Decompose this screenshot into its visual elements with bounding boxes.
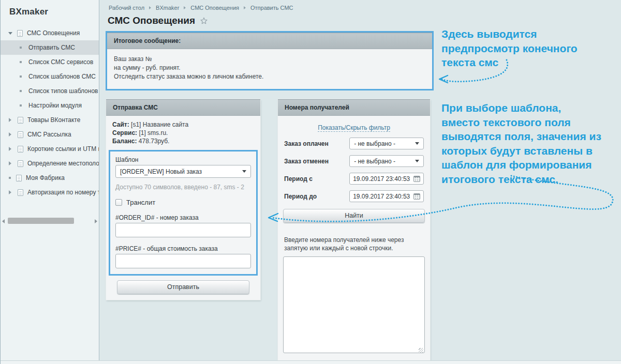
breadcrumb-item-send-sms[interactable]: Отправить СМС <box>250 5 293 11</box>
sidebar-item-label: Короткие ссылки и UTM метки <box>27 145 99 153</box>
preview-box-body: Ваш заказ № на сумму - руб. принят. Отсл… <box>107 49 432 89</box>
document-icon <box>18 131 23 138</box>
order-canceled-select-value: - не выбрано - <box>354 158 415 165</box>
sidebar-item-label: Моя Фабрика <box>26 174 65 181</box>
recipients-hint-text: Введите номера получателей ниже через за… <box>284 236 424 252</box>
period-from-input[interactable] <box>353 175 411 183</box>
annotation-line: которых будут вставлены в <box>441 144 601 158</box>
annotation-line: шаблон для формирования <box>441 158 601 172</box>
template-label: Шаблон <box>115 156 251 163</box>
breadcrumb-item-desktop[interactable]: Рабочий стол <box>109 5 144 11</box>
scroll-left-arrow-icon[interactable] <box>2 219 5 223</box>
template-select[interactable]: [ORDER_NEW] Новый заказ <box>115 165 251 178</box>
bullet-icon <box>20 90 22 92</box>
price-input[interactable] <box>115 254 251 268</box>
annotation-line: выводятся поля, значения из <box>441 129 601 144</box>
document-icon <box>18 117 23 124</box>
annotation-line: предпросмотр конечного <box>441 41 578 56</box>
sidebar-item-send-sms[interactable]: Отправить СМС <box>1 40 99 55</box>
breadcrumb-separator-icon <box>244 6 246 9</box>
final-message-preview-box: Итоговое сообщение: Ваш заказ № на сумму… <box>106 31 434 90</box>
chevron-down-icon <box>242 170 246 173</box>
bullet-icon <box>20 61 22 63</box>
bottom-status-bar <box>1 360 621 364</box>
bullet-icon <box>20 47 22 49</box>
balance-value: 478.73руб. <box>139 138 170 145</box>
sms-counter-text: Доступно 70 символов, введено - 87, sms … <box>115 184 251 191</box>
order-id-field-label: #ORDER_ID# - номер заказа <box>115 214 251 221</box>
breadcrumb-item-bxmaker[interactable]: BXmaker <box>156 5 179 11</box>
sidebar-item-label: Авторизация по номеру телефона <box>27 189 99 196</box>
sidebar-horizontal-scrollbar[interactable] <box>1 217 99 225</box>
sidebar-item-sms-template-types-list[interactable]: Список типов шаблонов СМС <box>1 84 99 98</box>
sidebar-item-geolocation[interactable]: Определение местоположения <box>1 156 99 171</box>
site-label: Сайт: <box>112 121 129 128</box>
recipients-numbers-textarea[interactable] <box>283 256 425 353</box>
preview-box-header: Итоговое сообщение: <box>107 33 432 49</box>
chevron-right-icon[interactable] <box>9 161 11 165</box>
translit-checkbox[interactable] <box>115 199 122 206</box>
sidebar-item-module-settings[interactable]: Настройки модуля <box>1 98 99 113</box>
order-paid-label: Заказ оплачен <box>284 140 349 147</box>
calendar-icon[interactable] <box>413 193 420 200</box>
translit-label: Транслит <box>126 199 155 206</box>
period-to-field <box>349 190 424 202</box>
app-window: BXmaker СМС Оповещения Отправить СМС Спи… <box>0 0 621 364</box>
sidebar-item-sms-mailing[interactable]: СМС Рассылка <box>1 127 99 142</box>
site-value: [s1] Название сайта <box>131 121 188 128</box>
breadcrumb: Рабочий стол BXmaker СМС Оповещения Отпр… <box>109 5 293 11</box>
annotation-line: итогового текста смс. <box>441 172 601 187</box>
breadcrumb-item-sms-notifications[interactable]: СМС Оповещения <box>190 5 239 11</box>
period-to-label: Период до <box>284 193 349 200</box>
chevron-down-icon[interactable] <box>8 32 12 35</box>
scrollbar-thumb[interactable] <box>8 218 74 224</box>
sidebar-item-phone-auth[interactable]: Авторизация по номеру телефона <box>1 185 99 200</box>
send-panel-header: Отправка СМС <box>106 99 260 116</box>
sidebar-item-label: Определение местоположения <box>27 160 99 167</box>
translit-checkbox-row[interactable]: Транслит <box>115 199 251 206</box>
annotation-line: При выборе шаблона, <box>441 101 601 115</box>
arrowhead-template <box>269 214 278 221</box>
sidebar-logo: BXmaker <box>1 0 99 17</box>
service-label: Сервис: <box>112 129 137 136</box>
preview-line: на сумму - руб. принят. <box>114 64 425 72</box>
sidebar: BXmaker СМС Оповещения Отправить СМС Спи… <box>1 0 99 364</box>
sidebar-item-sms-templates-list[interactable]: Список шаблонов СМС <box>1 69 99 84</box>
chevron-right-icon[interactable] <box>9 118 11 122</box>
template-fields-highlight-box: Шаблон [ORDER_NEW] Новый заказ Доступно … <box>109 150 258 276</box>
document-icon <box>17 30 23 37</box>
order-canceled-label: Заказ отменен <box>284 158 349 165</box>
breadcrumb-separator-icon <box>149 6 151 9</box>
sidebar-item-sms-notifications[interactable]: СМС Оповещения <box>1 26 99 40</box>
sidebar-item-vk-goods[interactable]: Товары ВКонтакте <box>1 113 99 127</box>
balance-label: Баланс: <box>112 138 137 145</box>
scroll-right-arrow-icon[interactable] <box>95 219 97 223</box>
period-to-input[interactable] <box>353 193 411 200</box>
send-button[interactable]: Отправить <box>117 280 249 294</box>
order-canceled-row: Заказ отменен - не выбрано - <box>284 155 424 167</box>
chevron-right-icon[interactable] <box>9 190 11 194</box>
find-button[interactable]: Найти <box>283 209 425 223</box>
bullet-icon <box>20 104 22 107</box>
order-id-input[interactable] <box>115 223 251 237</box>
chevron-down-icon <box>415 160 419 162</box>
calendar-icon[interactable] <box>413 176 420 182</box>
favorite-star-icon[interactable] <box>200 17 208 25</box>
chevron-right-icon[interactable] <box>9 132 11 136</box>
order-canceled-select[interactable]: - не выбрано - <box>349 155 424 167</box>
recipients-panel: Номера получателей Показать/Скрыть фильт… <box>278 99 430 362</box>
price-field-label: #PRICE# - общая стоимость заказа <box>115 245 251 252</box>
sidebar-item-label: Список СМС сервисов <box>28 58 93 66</box>
sidebar-item-short-links-utm[interactable]: Короткие ссылки и UTM метки <box>1 142 99 156</box>
bullet-icon <box>9 177 11 179</box>
document-icon <box>18 160 23 167</box>
order-paid-select[interactable]: - не выбрано - <box>349 138 424 149</box>
preview-line: Отследить статус заказа можно в личном к… <box>114 72 425 81</box>
document-icon <box>16 175 22 181</box>
breadcrumb-separator-icon <box>184 6 186 9</box>
toggle-filter-link[interactable]: Показать/Скрыть фильтр <box>318 124 390 132</box>
sidebar-item-sms-services-list[interactable]: Список СМС сервисов <box>1 55 99 69</box>
chevron-right-icon[interactable] <box>9 147 11 151</box>
annotation-line: вместо текстового поля <box>441 115 601 130</box>
sidebar-item-my-fabrika[interactable]: Моя Фабрика <box>1 171 99 185</box>
